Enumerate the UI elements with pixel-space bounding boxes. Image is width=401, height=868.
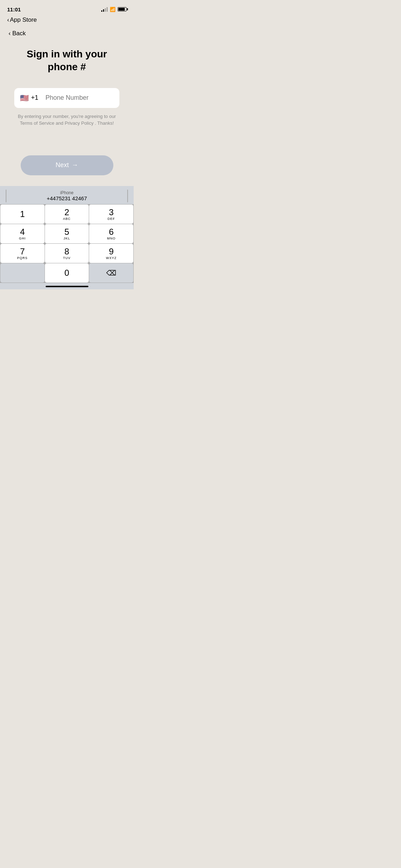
back-chevron-icon: ‹: [7, 16, 9, 24]
key-5[interactable]: 5 JKL: [45, 224, 89, 243]
back-button[interactable]: ‹ Back: [0, 26, 134, 37]
next-button[interactable]: Next →: [21, 155, 113, 175]
wifi-icon: 📶: [110, 7, 115, 12]
key-4[interactable]: 4 GHI: [0, 224, 45, 243]
phone-input-container[interactable]: 🇺🇸 +1: [14, 88, 119, 108]
key-empty: [0, 263, 45, 283]
key-1[interactable]: 1: [0, 205, 45, 224]
terms-of-service-link[interactable]: Terms of Service: [20, 120, 55, 126]
suggestion-phone-number: +4475231 42467: [47, 195, 87, 201]
key-2[interactable]: 2 ABC: [45, 205, 89, 224]
key-3[interactable]: 3 DEF: [89, 205, 133, 224]
country-code: +1: [31, 94, 38, 102]
status-bar: 11:01 📶: [0, 0, 134, 16]
app-store-label: App Store: [10, 16, 37, 24]
key-8[interactable]: 8 TUV: [45, 244, 89, 263]
home-bar: [46, 286, 88, 287]
delete-icon: ⌫: [106, 269, 116, 277]
next-button-area: Next →: [14, 155, 119, 175]
next-button-label: Next: [56, 161, 69, 169]
status-icons: 📶: [101, 7, 127, 12]
battery-icon: [118, 7, 127, 11]
back-label: Back: [12, 30, 26, 37]
key-7[interactable]: 7 PQRS: [0, 244, 45, 263]
app-store-back-bar: ‹ App Store: [0, 16, 134, 26]
keyboard-header: iPhone +4475231 42467: [0, 186, 134, 204]
home-indicator: [0, 283, 134, 289]
keyboard-right-divider: [127, 190, 128, 202]
terms-text: By entering your number, you're agreeing…: [14, 113, 119, 127]
keyboard-grid: 1 2 ABC 3 DEF 4 GHI 5 JKL 6 MNO 7 PQRS 8: [0, 204, 134, 283]
delete-key[interactable]: ⌫: [89, 263, 133, 283]
main-content: Sign in with your phone # 🇺🇸 +1 By enter…: [0, 37, 134, 182]
phone-number-input[interactable]: [46, 94, 128, 102]
signal-icon: [101, 7, 108, 12]
key-6[interactable]: 6 MNO: [89, 224, 133, 243]
keyboard-left-divider: [6, 190, 6, 202]
page-title: Sign in with your phone #: [14, 48, 119, 74]
terms-suffix: . Thanks!: [95, 120, 114, 126]
terms-line1: By entering your number, you're agreeing…: [18, 114, 116, 119]
next-arrow-icon: →: [72, 161, 78, 169]
status-time: 11:01: [7, 6, 21, 12]
keyboard-suggestion[interactable]: iPhone +4475231 42467: [47, 190, 87, 201]
key-9[interactable]: 9 WXYZ: [89, 244, 133, 263]
keyboard: iPhone +4475231 42467 1 2 ABC 3 DEF 4 GH…: [0, 186, 134, 289]
country-selector[interactable]: 🇺🇸 +1: [20, 94, 38, 102]
privacy-policy-link[interactable]: Privacy Policy: [65, 120, 93, 126]
key-0[interactable]: 0: [45, 263, 89, 283]
flag-icon: 🇺🇸: [20, 94, 29, 102]
suggestion-device-name: iPhone: [47, 190, 87, 195]
terms-conjunct: and: [56, 120, 63, 126]
